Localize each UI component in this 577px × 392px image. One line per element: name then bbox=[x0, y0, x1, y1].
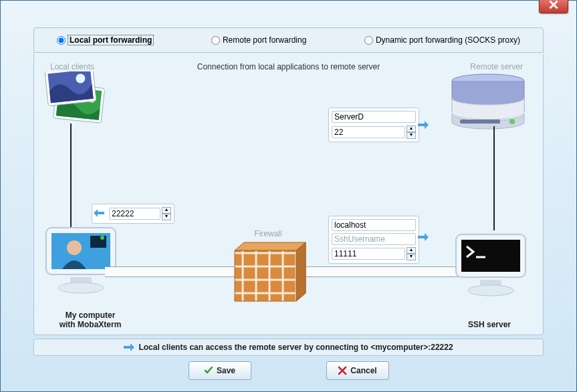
diagram-panel: Local clients Connection from local appl… bbox=[33, 54, 544, 335]
my-computer-caption: My computer with MobaXterm bbox=[37, 311, 144, 329]
svg-point-10 bbox=[100, 236, 104, 240]
local-clients-icon bbox=[43, 71, 114, 126]
close-button[interactable] bbox=[539, 0, 568, 13]
arrow-right-icon bbox=[418, 233, 429, 243]
info-bar: Local clients can access the remote serv… bbox=[33, 339, 544, 356]
cross-icon bbox=[338, 366, 347, 375]
remote-server-icon bbox=[448, 73, 528, 132]
radio-dynamic-input[interactable] bbox=[364, 36, 373, 45]
radio-dynamic-label: Dynamic port forwarding (SOCKS proxy) bbox=[376, 35, 520, 45]
info-text: Local clients can access the remote serv… bbox=[138, 343, 453, 352]
firewall-icon bbox=[229, 240, 307, 304]
diagram-heading: Connection from local applications to re… bbox=[34, 62, 543, 71]
remote-port-up[interactable]: ▲ bbox=[407, 126, 416, 132]
svg-point-8 bbox=[67, 240, 82, 255]
save-button[interactable]: Save bbox=[189, 361, 251, 380]
local-port-down[interactable]: ▼ bbox=[162, 214, 171, 220]
radio-local-input[interactable] bbox=[57, 36, 66, 45]
arrow-right-icon bbox=[418, 121, 429, 131]
svg-rect-22 bbox=[480, 280, 501, 285]
svg-point-12 bbox=[58, 282, 104, 293]
svg-rect-17 bbox=[460, 120, 500, 124]
radio-remote-input[interactable] bbox=[211, 36, 220, 45]
ssh-settings-box: ▲ ▼ bbox=[328, 216, 419, 264]
ssh-server-icon bbox=[453, 232, 528, 299]
svg-rect-11 bbox=[70, 277, 92, 282]
forwarding-type-tabs: Local port forwarding Remote port forwar… bbox=[33, 27, 544, 53]
svg-point-18 bbox=[509, 119, 515, 124]
ssh-port-input[interactable] bbox=[332, 248, 405, 260]
firewall-label: Firewall bbox=[232, 229, 304, 238]
wire-remote bbox=[493, 126, 495, 230]
remote-server-box: ▲ ▼ bbox=[328, 108, 419, 142]
ssh-server-caption: SSH server bbox=[443, 320, 536, 329]
arrow-right-icon bbox=[124, 343, 134, 351]
ssh-user-input[interactable] bbox=[332, 233, 416, 245]
check-icon bbox=[204, 366, 213, 375]
svg-point-23 bbox=[468, 285, 513, 296]
arrow-left-icon bbox=[94, 209, 104, 219]
ssh-host-input[interactable] bbox=[332, 219, 416, 231]
remote-port-input[interactable] bbox=[332, 126, 405, 138]
my-computer-icon bbox=[43, 225, 118, 299]
radio-local-label: Local port forwarding bbox=[68, 35, 153, 45]
local-port-up[interactable]: ▲ bbox=[162, 207, 171, 214]
radio-remote-label: Remote port forwarding bbox=[223, 35, 306, 45]
svg-rect-20 bbox=[461, 240, 520, 272]
close-icon bbox=[549, 0, 558, 9]
remote-server-label: Remote server bbox=[470, 62, 523, 71]
ssh-port-up[interactable]: ▲ bbox=[407, 247, 416, 254]
remote-host-input[interactable] bbox=[332, 111, 416, 123]
local-port-box: ▲ ▼ bbox=[92, 204, 175, 224]
radio-local-forwarding[interactable]: Local port forwarding bbox=[57, 35, 153, 45]
local-port-input[interactable] bbox=[109, 208, 160, 220]
radio-dynamic-forwarding[interactable]: Dynamic port forwarding (SOCKS proxy) bbox=[364, 35, 520, 45]
remote-port-down[interactable]: ▼ bbox=[407, 132, 416, 139]
ssh-port-down[interactable]: ▼ bbox=[407, 254, 416, 260]
cancel-button[interactable]: Cancel bbox=[326, 361, 389, 380]
wire-local bbox=[70, 124, 72, 228]
radio-remote-forwarding[interactable]: Remote port forwarding bbox=[211, 35, 306, 45]
